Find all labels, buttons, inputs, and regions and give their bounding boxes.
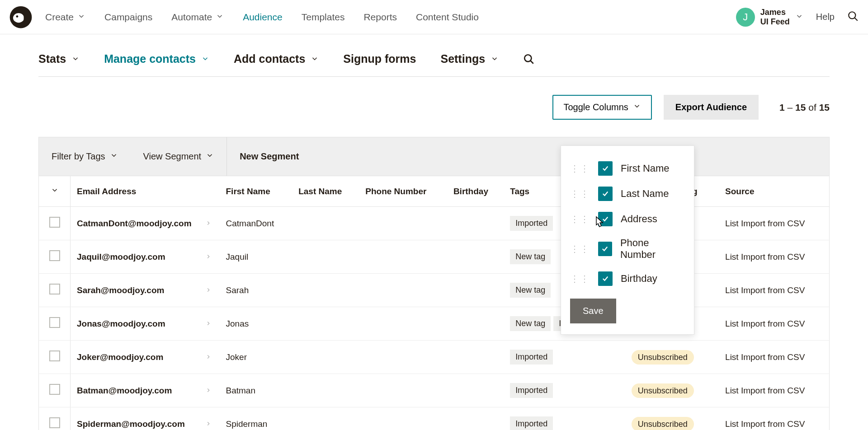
- column-header-birthday[interactable]: Birthday: [447, 176, 504, 207]
- first-name-cell: Jaquil: [220, 240, 292, 274]
- email-cell[interactable]: CatmanDont@moodjoy.com: [71, 207, 220, 240]
- nav-item-campaigns[interactable]: Campaigns: [104, 12, 152, 23]
- nav-item-automate[interactable]: Automate: [171, 12, 224, 23]
- first-name-cell: CatmanDont: [220, 207, 292, 240]
- phone-cell: [359, 274, 447, 307]
- select-all-header[interactable]: [39, 176, 71, 207]
- column-header-first-name[interactable]: First Name: [220, 176, 292, 207]
- nav-item-content-studio[interactable]: Content Studio: [416, 12, 479, 23]
- row-checkbox[interactable]: [49, 217, 60, 228]
- avatar: J: [736, 8, 755, 27]
- checkbox-checked-icon[interactable]: [598, 242, 612, 256]
- tags-cell: Imported: [504, 407, 625, 430]
- column-header-phone-number[interactable]: Phone Number: [359, 176, 447, 207]
- column-toggle-label: Phone Number: [620, 237, 685, 261]
- column-header-last-name[interactable]: Last Name: [292, 176, 359, 207]
- nav-item-templates[interactable]: Templates: [302, 12, 345, 23]
- tag-chip[interactable]: Imported: [510, 383, 553, 398]
- mailchimp-logo[interactable]: [9, 5, 33, 29]
- last-name-cell: [292, 407, 359, 430]
- subnav-item-signup-forms[interactable]: Signup forms: [343, 52, 416, 65]
- filter-by-tags[interactable]: Filter by Tags: [39, 151, 131, 162]
- email-cell[interactable]: Spiderman@moodjoy.com: [71, 407, 220, 430]
- chevron-down-icon: [71, 52, 80, 65]
- table-row: Joker@moodjoy.comJokerImportedUnsubscrib…: [39, 341, 830, 374]
- chevron-right-icon: [205, 285, 212, 295]
- tag-chip[interactable]: New tag: [510, 249, 551, 264]
- first-name-cell: Sarah: [220, 274, 292, 307]
- nav-item-reports[interactable]: Reports: [363, 12, 397, 23]
- tag-chip[interactable]: Imported: [510, 416, 553, 430]
- column-header-email-address[interactable]: Email Address: [71, 176, 220, 207]
- nav-item-create[interactable]: Create: [45, 12, 85, 23]
- nav-item-audience[interactable]: Audience: [243, 12, 283, 23]
- drag-handle-icon[interactable]: ⋮⋮: [570, 165, 590, 172]
- row-checkbox[interactable]: [49, 384, 60, 395]
- chevron-down-icon: [491, 52, 499, 65]
- checkbox-checked-icon[interactable]: [598, 187, 613, 201]
- row-checkbox[interactable]: [49, 351, 60, 361]
- drag-handle-icon[interactable]: ⋮⋮: [570, 246, 590, 252]
- row-checkbox[interactable]: [49, 317, 60, 328]
- tag-chip[interactable]: New tag: [510, 283, 551, 298]
- tag-chip[interactable]: Imported: [510, 216, 553, 231]
- save-button[interactable]: Save: [570, 299, 616, 323]
- checkbox-checked-icon[interactable]: [598, 161, 613, 176]
- column-toggle-address[interactable]: ⋮⋮Address: [570, 206, 685, 232]
- table-row: Jaquil@moodjoy.comJaquilNew tagUnsubscri…: [39, 240, 830, 274]
- svg-point-2: [16, 15, 18, 17]
- help-link[interactable]: Help: [816, 12, 835, 22]
- column-toggle-last-name[interactable]: ⋮⋮Last Name: [570, 181, 685, 206]
- email-cell[interactable]: Joker@moodjoy.com: [71, 341, 220, 374]
- email-cell[interactable]: Sarah@moodjoy.com: [71, 274, 220, 307]
- column-toggle-phone-number[interactable]: ⋮⋮Phone Number: [570, 232, 685, 266]
- new-segment-button[interactable]: New Segment: [227, 151, 311, 162]
- birthday-cell: [447, 240, 504, 274]
- row-checkbox[interactable]: [49, 284, 60, 294]
- source-cell: List Import from CSV: [719, 307, 829, 341]
- subnav-item-stats[interactable]: Stats: [38, 52, 80, 65]
- tag-chip[interactable]: Imported: [510, 350, 553, 365]
- contacts-table: Email AddressFirst NameLast NamePhone Nu…: [38, 176, 830, 430]
- column-toggle-label: Last Name: [621, 188, 669, 200]
- chevron-down-icon: [795, 12, 803, 22]
- status-badge: Unsubscribed: [632, 350, 694, 365]
- email-cell[interactable]: Jaquil@moodjoy.com: [71, 240, 220, 274]
- column-toggle-birthday[interactable]: ⋮⋮Birthday: [570, 266, 685, 291]
- subnav-search-icon[interactable]: [523, 53, 535, 65]
- birthday-cell: [447, 307, 504, 341]
- column-header-source[interactable]: Source: [719, 176, 829, 207]
- drag-handle-icon[interactable]: ⋮⋮: [570, 276, 590, 282]
- subnav-item-settings[interactable]: Settings: [440, 52, 499, 65]
- column-toggle-label: First Name: [621, 163, 670, 174]
- row-checkbox[interactable]: [49, 417, 60, 428]
- checkbox-checked-icon[interactable]: [598, 271, 613, 286]
- top-nav: CreateCampaignsAutomateAudienceTemplates…: [0, 0, 868, 34]
- drag-handle-icon[interactable]: ⋮⋮: [570, 216, 590, 222]
- user-menu[interactable]: J James UI Feed: [736, 8, 803, 27]
- source-cell: List Import from CSV: [719, 240, 829, 274]
- first-name-cell: Spiderman: [220, 407, 292, 430]
- source-cell: List Import from CSV: [719, 207, 829, 240]
- subnav-item-add-contacts[interactable]: Add contacts: [234, 52, 319, 65]
- tags-cell: Imported: [504, 341, 625, 374]
- last-name-cell: [292, 274, 359, 307]
- export-audience-button[interactable]: Export Audience: [664, 95, 759, 120]
- cursor-pointer-icon: [593, 216, 604, 231]
- view-segment[interactable]: View Segment: [131, 151, 227, 162]
- source-cell: List Import from CSV: [719, 274, 829, 307]
- email-cell[interactable]: Jonas@moodjoy.com: [71, 307, 220, 341]
- row-checkbox[interactable]: [49, 250, 60, 261]
- subnav-item-manage-contacts[interactable]: Manage contacts: [104, 52, 209, 65]
- subnav-item-label: Settings: [440, 52, 485, 65]
- drag-handle-icon[interactable]: ⋮⋮: [570, 191, 590, 197]
- table-row: Jonas@moodjoy.comJonasNew tagImportedUns…: [39, 307, 830, 341]
- search-icon[interactable]: [847, 10, 859, 24]
- table-row: Sarah@moodjoy.comSarahNew tagUnsubscribe…: [39, 274, 830, 307]
- email-cell[interactable]: Batman@moodjoy.com: [71, 374, 220, 407]
- toggle-columns-button[interactable]: Toggle Columns: [552, 95, 651, 120]
- tag-chip[interactable]: New tag: [510, 316, 551, 331]
- phone-cell: [359, 307, 447, 341]
- column-toggle-first-name[interactable]: ⋮⋮First Name: [570, 156, 685, 181]
- nav-item-label: Reports: [363, 12, 397, 23]
